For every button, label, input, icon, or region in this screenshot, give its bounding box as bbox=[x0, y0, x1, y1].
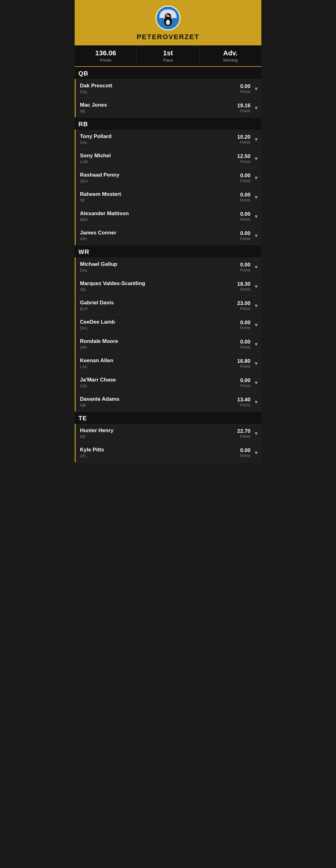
player-points-value: 0.00 bbox=[240, 447, 250, 454]
stat-place-label: Place bbox=[139, 58, 196, 62]
player-info: Alexander Mattison MIN bbox=[80, 211, 240, 222]
stat-points-value: 136.06 bbox=[77, 49, 134, 57]
player-points-value: 10.20 bbox=[237, 134, 250, 140]
player-points-value: 0.00 bbox=[240, 319, 250, 326]
player-team: ARI bbox=[80, 237, 240, 241]
player-points-label: Points bbox=[240, 179, 250, 183]
player-points-value: 0.00 bbox=[240, 230, 250, 237]
player-name: Alexander Mattison bbox=[80, 211, 240, 217]
player-name: Davante Adams bbox=[80, 396, 237, 402]
expand-chevron-icon[interactable]: ▾ bbox=[255, 264, 258, 271]
player-points-block: 18.30 Points bbox=[237, 281, 250, 291]
expand-chevron-icon[interactable]: ▾ bbox=[255, 155, 258, 162]
player-info: Rondale Moore ARI bbox=[80, 338, 240, 350]
player-row[interactable]: Dak Prescott DAL 0.00 Points ▾ bbox=[75, 79, 261, 98]
expand-chevron-icon[interactable]: ▾ bbox=[255, 360, 258, 367]
stats-bar: 136.06 Points 1st Place Adv. Winning bbox=[75, 45, 261, 67]
player-points-value: 12.50 bbox=[237, 153, 250, 159]
expand-chevron-icon[interactable]: ▾ bbox=[255, 449, 258, 456]
player-points-block: 22.70 Points bbox=[237, 428, 250, 439]
player-info: Sony Michel LAR bbox=[80, 153, 237, 164]
expand-chevron-icon[interactable]: ▾ bbox=[255, 379, 258, 386]
player-points-block: 0.00 Points bbox=[240, 447, 250, 458]
stat-place-value: 1st bbox=[139, 49, 196, 57]
player-points-label: Points bbox=[240, 326, 250, 330]
player-team: ATL bbox=[80, 454, 240, 458]
player-points-value: 0.00 bbox=[240, 339, 250, 345]
player-name: Kyle Pitts bbox=[80, 447, 240, 453]
player-points-label: Points bbox=[237, 364, 250, 369]
expand-chevron-icon[interactable]: ▾ bbox=[255, 175, 258, 181]
expand-chevron-icon[interactable]: ▾ bbox=[255, 399, 258, 405]
player-row[interactable]: Hunter Henry NE 22.70 Points ▾ bbox=[75, 424, 261, 443]
player-row[interactable]: Kyle Pitts ATL 0.00 Points ▾ bbox=[75, 443, 261, 462]
player-points-label: Points bbox=[240, 90, 250, 94]
player-name: Keenan Allen bbox=[80, 358, 237, 364]
expand-chevron-icon[interactable]: ▾ bbox=[255, 341, 258, 348]
player-team: DAL bbox=[80, 90, 240, 94]
position-header-te: TE bbox=[75, 412, 261, 424]
player-points-block: 0.00 Points bbox=[240, 83, 250, 94]
player-points-label: Points bbox=[240, 384, 250, 388]
player-team: MIN bbox=[80, 217, 240, 222]
player-row[interactable]: Keenan Allen LAC 16.80 Points ▾ bbox=[75, 354, 261, 373]
player-info: Michael Gallup DAL bbox=[80, 261, 240, 273]
expand-chevron-icon[interactable]: ▾ bbox=[255, 85, 258, 92]
player-info: CeeDee Lamb DAL bbox=[80, 319, 240, 331]
player-row[interactable]: Rashaad Penny SEA 0.00 Points ▾ bbox=[75, 168, 261, 187]
stat-points: 136.06 Points bbox=[75, 45, 137, 66]
expand-chevron-icon[interactable]: ▾ bbox=[255, 104, 258, 111]
player-row[interactable]: Mac Jones NE 19.16 Points ▾ bbox=[75, 98, 261, 118]
player-points-block: 10.20 Points bbox=[237, 134, 250, 145]
player-row[interactable]: James Conner ARI 0.00 Points ▾ bbox=[75, 226, 261, 245]
player-points-value: 13.40 bbox=[237, 397, 250, 403]
stat-adv: Adv. Winning bbox=[199, 45, 261, 66]
player-team: SEA bbox=[80, 179, 240, 183]
player-row[interactable]: Ja'Marr Chase CIN 0.00 Points ▾ bbox=[75, 373, 261, 392]
player-points-label: Points bbox=[237, 434, 250, 439]
player-name: CeeDee Lamb bbox=[80, 319, 240, 325]
player-row[interactable]: Alexander Mattison MIN 0.00 Points ▾ bbox=[75, 207, 261, 226]
player-row[interactable]: Michael Gallup DAL 0.00 Points ▾ bbox=[75, 257, 261, 277]
player-info: Keenan Allen LAC bbox=[80, 358, 237, 369]
stat-adv-label: Winning bbox=[202, 58, 259, 62]
player-points-value: 0.00 bbox=[240, 83, 250, 90]
player-info: Davante Adams GB bbox=[80, 396, 237, 408]
position-header-qb: QB bbox=[75, 67, 261, 79]
position-header-rb: RB bbox=[75, 118, 261, 130]
expand-chevron-icon[interactable]: ▾ bbox=[255, 321, 258, 328]
player-points-block: 0.00 Points bbox=[240, 173, 250, 183]
expand-chevron-icon[interactable]: ▾ bbox=[255, 430, 258, 437]
player-name: James Conner bbox=[80, 230, 240, 236]
expand-chevron-icon[interactable]: ▾ bbox=[255, 136, 258, 143]
player-row[interactable]: Marquez Valdes-Scantling GB 18.30 Points… bbox=[75, 277, 261, 296]
expand-chevron-icon[interactable]: ▾ bbox=[255, 302, 258, 309]
player-info: Raheem Mostert SF bbox=[80, 191, 240, 203]
player-name: Mac Jones bbox=[80, 102, 237, 108]
player-row[interactable]: Gabriel Davis BUF 23.00 Points ▾ bbox=[75, 296, 261, 315]
player-points-label: Points bbox=[237, 403, 250, 407]
player-team: SF bbox=[80, 198, 240, 203]
expand-chevron-icon[interactable]: ▾ bbox=[255, 213, 258, 220]
player-team: DAL bbox=[80, 326, 240, 331]
player-name: Rashaad Penny bbox=[80, 172, 240, 178]
player-info: Ja'Marr Chase CIN bbox=[80, 377, 240, 388]
player-points-label: Points bbox=[240, 217, 250, 222]
stat-place: 1st Place bbox=[137, 45, 199, 66]
expand-chevron-icon[interactable]: ▾ bbox=[255, 232, 258, 239]
player-points-block: 23.00 Points bbox=[237, 300, 250, 311]
expand-chevron-icon[interactable]: ▾ bbox=[255, 283, 258, 290]
expand-chevron-icon[interactable]: ▾ bbox=[255, 194, 258, 200]
player-row[interactable]: Tony Pollard DAL 10.20 Points ▾ bbox=[75, 130, 261, 149]
roster-container: QB Dak Prescott DAL 0.00 Points ▾ Mac Jo… bbox=[75, 67, 261, 462]
player-row[interactable]: Davante Adams GB 13.40 Points ▾ bbox=[75, 392, 261, 412]
player-row[interactable]: Sony Michel LAR 12.50 Points ▾ bbox=[75, 149, 261, 168]
player-points-block: 19.16 Points bbox=[237, 102, 250, 113]
player-row[interactable]: Raheem Mostert SF 0.00 Points ▾ bbox=[75, 187, 261, 207]
player-name: Marquez Valdes-Scantling bbox=[80, 280, 237, 287]
player-info: Mac Jones NE bbox=[80, 102, 237, 114]
player-row[interactable]: CeeDee Lamb DAL 0.00 Points ▾ bbox=[75, 315, 261, 335]
player-team: BUF bbox=[80, 307, 237, 311]
player-points-block: 0.00 Points bbox=[240, 262, 250, 272]
player-row[interactable]: Rondale Moore ARI 0.00 Points ▾ bbox=[75, 335, 261, 354]
